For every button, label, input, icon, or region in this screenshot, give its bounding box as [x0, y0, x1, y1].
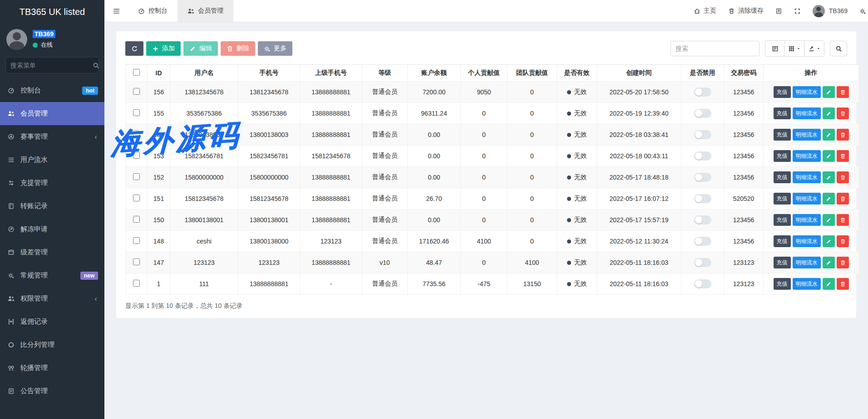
- recharge-button[interactable]: 充值: [774, 107, 791, 119]
- more-button[interactable]: 更多: [258, 41, 292, 56]
- row-delete-button[interactable]: [837, 107, 849, 119]
- recharge-button[interactable]: 充值: [774, 171, 791, 183]
- detail-view-button[interactable]: [765, 41, 785, 56]
- columns-button[interactable]: [785, 41, 804, 56]
- row-edit-button[interactable]: [823, 150, 835, 162]
- refresh-button[interactable]: [125, 41, 143, 56]
- sidebar-item[interactable]: 返佣记录: [0, 310, 104, 333]
- hamburger-button[interactable]: [104, 0, 128, 22]
- sidebar-search-input[interactable]: [10, 62, 93, 69]
- detail-flow-button[interactable]: 明细流水: [793, 86, 821, 98]
- row-checkbox[interactable]: [133, 195, 140, 201]
- select-all-checkbox[interactable]: [133, 69, 140, 76]
- clear-cache-link[interactable]: 清除缓存: [728, 7, 764, 15]
- recharge-button[interactable]: 充值: [774, 214, 791, 226]
- row-checkbox[interactable]: [133, 258, 140, 265]
- row-delete-button[interactable]: [837, 193, 849, 205]
- disable-toggle[interactable]: [694, 109, 711, 118]
- trash-icon: [840, 260, 846, 266]
- column-header: 操作: [764, 65, 859, 82]
- row-edit-button[interactable]: [823, 107, 835, 119]
- row-edit-button[interactable]: [823, 235, 835, 247]
- row-edit-button[interactable]: [823, 171, 835, 183]
- disable-toggle[interactable]: [694, 88, 711, 97]
- row-delete-button[interactable]: [837, 235, 849, 247]
- chevron-down-icon: [816, 46, 821, 51]
- detail-flow-button[interactable]: 明细流水: [793, 129, 821, 141]
- row-checkbox[interactable]: [133, 280, 140, 287]
- sidebar-item[interactable]: 用户流水: [0, 148, 104, 171]
- user-avatar[interactable]: [6, 29, 27, 50]
- row-checkbox[interactable]: [133, 131, 140, 137]
- table-search-input[interactable]: [671, 41, 760, 56]
- row-checkbox[interactable]: [133, 88, 140, 95]
- disable-toggle[interactable]: [694, 130, 711, 139]
- recharge-button[interactable]: 充值: [774, 150, 791, 162]
- sidebar-item[interactable]: 权限管理‹: [0, 287, 104, 310]
- disable-toggle[interactable]: [694, 215, 711, 224]
- delete-button[interactable]: 删除: [221, 41, 255, 56]
- row-checkbox[interactable]: [133, 152, 140, 159]
- recharge-button[interactable]: 充值: [774, 235, 791, 247]
- row-delete-button[interactable]: [837, 257, 849, 268]
- row-edit-button[interactable]: [823, 278, 835, 290]
- detail-flow-button[interactable]: 明细流水: [793, 107, 821, 119]
- detail-flow-button[interactable]: 明细流水: [793, 278, 821, 290]
- recharge-button[interactable]: 充值: [774, 193, 791, 205]
- sidebar-item[interactable]: 解冻申请: [0, 218, 104, 241]
- sidebar-item[interactable]: 比分列管理: [0, 333, 104, 356]
- detail-flow-button[interactable]: 明细流水: [793, 257, 821, 268]
- recharge-button[interactable]: 充值: [774, 129, 791, 141]
- detail-flow-button[interactable]: 明细流水: [793, 150, 821, 162]
- row-checkbox[interactable]: [133, 109, 140, 116]
- sidebar-item[interactable]: 级差管理: [0, 241, 104, 264]
- row-delete-button[interactable]: [837, 129, 849, 141]
- search-submit-button[interactable]: [830, 41, 847, 56]
- sidebar-item[interactable]: 常规管理new: [0, 264, 104, 287]
- sidebar-item[interactable]: 轮播管理: [0, 356, 104, 380]
- recharge-button[interactable]: 充值: [774, 278, 791, 290]
- row-checkbox[interactable]: [133, 216, 140, 223]
- cell-password: 123456: [724, 124, 764, 146]
- row-edit-button[interactable]: [823, 193, 835, 205]
- sidebar-item[interactable]: 赛事管理‹: [0, 125, 104, 148]
- row-delete-button[interactable]: [837, 278, 849, 290]
- settings-button[interactable]: [859, 8, 866, 15]
- tab-members[interactable]: 会员管理: [178, 0, 233, 22]
- sidebar-item[interactable]: 公告管理: [0, 380, 104, 403]
- row-checkbox[interactable]: [133, 173, 140, 180]
- row-edit-button[interactable]: [823, 257, 835, 268]
- row-edit-button[interactable]: [823, 129, 835, 141]
- language-button[interactable]: [775, 8, 782, 15]
- disable-toggle[interactable]: [694, 279, 711, 288]
- edit-button[interactable]: 编辑: [183, 41, 218, 56]
- row-edit-button[interactable]: [823, 86, 835, 98]
- tab-dashboard[interactable]: 控制台: [128, 0, 178, 22]
- row-edit-button[interactable]: [823, 214, 835, 226]
- fullscreen-button[interactable]: [794, 8, 801, 15]
- export-button[interactable]: [804, 41, 824, 56]
- navbar-user-menu[interactable]: TB369: [813, 5, 848, 17]
- sidebar-item[interactable]: 充提管理: [0, 171, 104, 195]
- recharge-button[interactable]: 充值: [774, 257, 791, 268]
- disable-toggle[interactable]: [694, 258, 711, 267]
- disable-toggle[interactable]: [694, 237, 711, 246]
- sidebar-item[interactable]: 控制台hot: [0, 79, 104, 102]
- detail-flow-button[interactable]: 明细流水: [793, 214, 821, 226]
- row-delete-button[interactable]: [837, 86, 849, 98]
- disable-toggle[interactable]: [694, 194, 711, 203]
- row-delete-button[interactable]: [837, 171, 849, 183]
- row-delete-button[interactable]: [837, 150, 849, 162]
- detail-flow-button[interactable]: 明细流水: [793, 193, 821, 205]
- recharge-button[interactable]: 充值: [774, 86, 791, 98]
- add-button[interactable]: 添加: [146, 41, 181, 56]
- row-delete-button[interactable]: [837, 214, 849, 226]
- home-link[interactable]: 主页: [694, 7, 716, 15]
- row-checkbox[interactable]: [133, 237, 140, 244]
- detail-flow-button[interactable]: 明细流水: [793, 171, 821, 183]
- detail-flow-button[interactable]: 明细流水: [793, 235, 821, 247]
- disable-toggle[interactable]: [694, 173, 711, 182]
- disable-toggle[interactable]: [694, 151, 711, 161]
- sidebar-item[interactable]: 会员管理: [0, 102, 104, 125]
- sidebar-item[interactable]: 转账记录: [0, 195, 104, 218]
